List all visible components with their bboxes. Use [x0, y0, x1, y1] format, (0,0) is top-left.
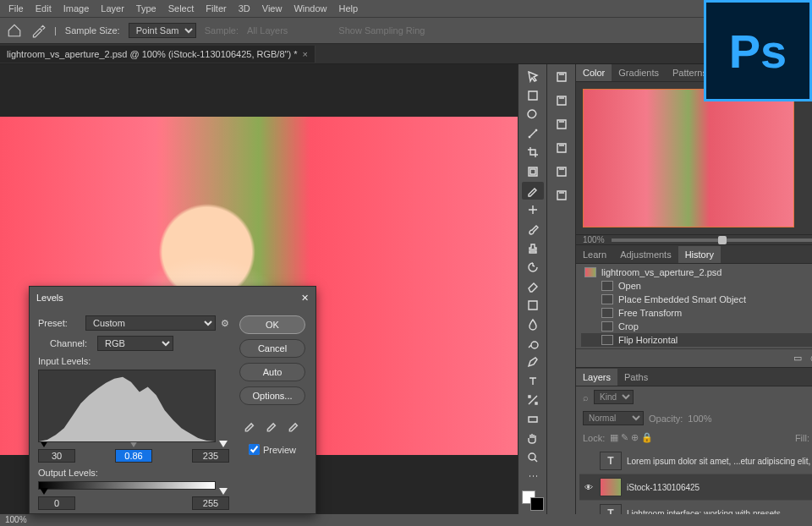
menu-edit[interactable]: Edit	[30, 2, 57, 15]
zoom-slider[interactable]	[612, 238, 812, 242]
menu-filter[interactable]: Filter	[200, 2, 231, 15]
blur-tool[interactable]	[522, 315, 544, 333]
history-item[interactable]: Flip Horizontal	[581, 333, 812, 347]
menu-layer[interactable]: Layer	[96, 2, 129, 15]
options-button[interactable]: Options...	[239, 386, 305, 405]
out-white-slider[interactable]	[219, 488, 228, 495]
eyedropper-tool[interactable]	[522, 182, 544, 200]
menu-3d[interactable]: 3D	[233, 2, 255, 15]
menu-file[interactable]: File	[3, 2, 29, 15]
document-tab[interactable]: lightroom_vs_aperture_2.psd @ 100% (iSto…	[0, 46, 315, 63]
auto-button[interactable]: Auto	[239, 363, 305, 381]
char-icon[interactable]	[551, 139, 573, 157]
color-swatch[interactable]	[522, 490, 544, 511]
marquee-tool[interactable]	[522, 87, 544, 105]
wand-tool[interactable]	[522, 125, 544, 143]
heal-tool[interactable]	[522, 201, 544, 219]
close-icon[interactable]: ✕	[301, 293, 309, 304]
output-white[interactable]	[192, 496, 229, 510]
menu-select[interactable]: Select	[163, 2, 200, 15]
histogram	[38, 370, 216, 442]
crop-tool[interactable]	[522, 144, 544, 162]
history-item[interactable]: Place Embedded Smart Object	[581, 293, 812, 306]
tab-history[interactable]: History	[678, 246, 721, 263]
menu-view[interactable]: View	[257, 2, 288, 15]
levels-dialog[interactable]: Levels ✕ Preset: Custom ⚙ Channel: RGB I…	[29, 286, 316, 514]
gradient-tool[interactable]	[522, 296, 544, 314]
input-gamma[interactable]	[115, 449, 152, 463]
history-brush-tool[interactable]	[522, 258, 544, 276]
menu-window[interactable]: Window	[288, 2, 332, 15]
menu-type[interactable]: Type	[131, 2, 162, 15]
menubar[interactable]: FileEditImageLayerTypeSelectFilter3DView…	[0, 0, 812, 17]
blend-mode[interactable]: Normal	[583, 411, 644, 425]
new-snapshot-icon[interactable]: ▭	[793, 353, 802, 364]
input-black[interactable]	[38, 449, 75, 463]
frame-tool[interactable]	[522, 163, 544, 181]
rectangle-tool[interactable]	[522, 411, 544, 429]
more-tool[interactable]	[522, 468, 544, 485]
gear-icon[interactable]: ⚙	[221, 318, 229, 329]
eyedropper-white-icon[interactable]	[287, 417, 302, 432]
layer-row[interactable]: TLorem ipsum dolor sit amet, ...etur adi…	[579, 448, 812, 474]
artboard-icon[interactable]	[551, 68, 573, 86]
sample-size-select[interactable]: Point Sample	[129, 23, 196, 38]
glyph-icon[interactable]	[551, 186, 573, 205]
document-tabbar: lightroom_vs_aperture_2.psd @ 100% (iSto…	[0, 44, 812, 64]
history-item[interactable]: Open	[581, 279, 812, 293]
align-icon[interactable]	[551, 91, 573, 110]
history-document-row[interactable]: lightroom_vs_aperture_2.psd	[581, 266, 812, 279]
home-icon[interactable]	[7, 23, 22, 38]
status-zoom: 100%	[5, 515, 27, 524]
history-panel: LearnAdjustmentsHistory lightroom_vs_ape…	[576, 244, 812, 367]
para-icon[interactable]	[551, 162, 573, 181]
tab-layers[interactable]: Layers	[576, 369, 617, 386]
tab-gradients[interactable]: Gradients	[612, 64, 666, 81]
preview-thumbnail[interactable]	[583, 89, 794, 227]
close-icon[interactable]: ×	[302, 49, 307, 59]
history-item[interactable]: Free Transform	[581, 306, 812, 320]
lasso-tool[interactable]	[522, 106, 544, 123]
stamp-tool[interactable]	[522, 239, 544, 257]
dodge-tool[interactable]	[522, 334, 544, 352]
type-tool[interactable]	[522, 373, 544, 391]
show-sampling-ring: Show Sampling Ring	[338, 25, 425, 36]
tab-adjustments[interactable]: Adjustments	[613, 246, 678, 263]
eraser-tool[interactable]	[522, 277, 544, 295]
tab-learn[interactable]: Learn	[576, 246, 613, 263]
visibility-icon[interactable]: 👁	[583, 483, 595, 492]
eyedropper-gray-icon[interactable]	[265, 417, 280, 432]
move-tool[interactable]	[522, 68, 544, 85]
preview-checkbox[interactable]: Preview	[249, 444, 296, 455]
menu-image[interactable]: Image	[58, 2, 95, 15]
out-black-slider[interactable]	[40, 488, 48, 495]
hand-tool[interactable]	[522, 430, 544, 447]
ok-button[interactable]: OK	[239, 315, 305, 334]
layers-panel-tabs[interactable]: LayersPaths	[576, 368, 812, 386]
tab-color[interactable]: Color	[576, 64, 612, 81]
right-panels: ColorGradientsPatternsSwatc 100% ⌄ Learn…	[575, 64, 812, 514]
history-item[interactable]: Crop	[581, 320, 812, 333]
input-white[interactable]	[192, 449, 229, 463]
preview-zoom[interactable]: 100% ⌄	[576, 234, 812, 244]
tab-paths[interactable]: Paths	[617, 369, 655, 386]
type-panel-icon[interactable]	[551, 115, 573, 134]
channel-select[interactable]: RGB	[97, 336, 173, 351]
preview-zoom-value: 100%	[583, 235, 605, 244]
pen-tool[interactable]	[522, 353, 544, 371]
zoom-tool[interactable]	[522, 449, 544, 467]
eyedropper-black-icon[interactable]	[243, 417, 258, 432]
white-point-slider[interactable]	[219, 441, 228, 447]
path-tool[interactable]	[522, 392, 544, 409]
svg-marker-0	[39, 377, 215, 441]
cancel-button[interactable]: Cancel	[239, 339, 305, 358]
brush-tool[interactable]	[522, 220, 544, 238]
preset-select[interactable]: Custom	[85, 315, 216, 331]
layer-filter-kind[interactable]: Kind	[594, 390, 634, 404]
output-black[interactable]	[38, 496, 75, 510]
eyedropper-icon[interactable]	[30, 23, 46, 38]
menu-help[interactable]: Help	[334, 2, 364, 15]
layer-row[interactable]: 👁iStock-1130106425◇	[579, 474, 812, 501]
sample-value: All Layers	[247, 25, 288, 36]
history-panel-tabs[interactable]: LearnAdjustmentsHistory	[576, 245, 812, 264]
